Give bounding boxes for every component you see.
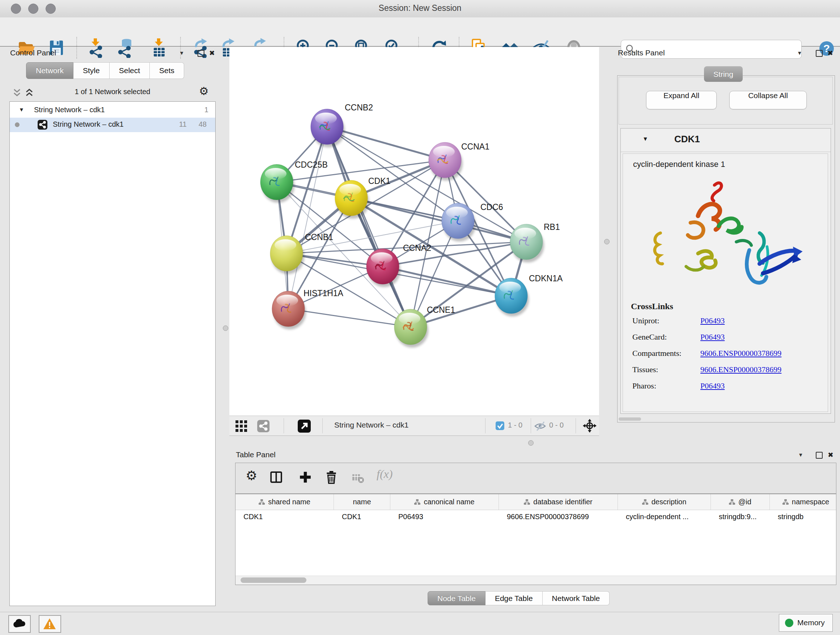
titlebar: Session: New Session [0, 0, 840, 18]
collapse-all-button[interactable]: Collapse All [729, 91, 807, 109]
hidden-node-edge-counts: 0 - 0 [549, 421, 564, 429]
crosslink-row: Pharos:P06493 [623, 381, 828, 397]
tab-network-table[interactable]: Network Table [543, 591, 610, 605]
edge-ccnb2-ccna1[interactable] [327, 127, 445, 160]
tab-node-table[interactable]: Node Table [428, 591, 485, 605]
control-panel-float-icon[interactable] [197, 50, 204, 57]
node-label-CDK1: CDK1 [368, 176, 390, 186]
network-collection-row[interactable]: ▼ String Network – cdk1 1 [10, 104, 215, 118]
collection-expander-icon[interactable]: ▼ [19, 106, 24, 112]
cell-shared-name[interactable]: CDK1 [235, 510, 334, 524]
gene-name: CDK1 [674, 134, 700, 145]
table-horizontal-scrollbar[interactable] [235, 576, 836, 584]
node-label-HIST1H1A: HIST1H1A [303, 288, 344, 298]
tab-edge-table[interactable]: Edge Table [485, 591, 543, 605]
edge-ccna2-cdkn1a[interactable] [383, 266, 511, 296]
cell-database-identifier[interactable]: 9606.ENSP00000378699 [499, 510, 618, 524]
table-panel: Table Panel ▾ ✖ ⚙ f(x) shared namenameca… [229, 449, 840, 612]
main-toolbar: ? [0, 17, 840, 47]
table-panel-menu-ca​ret-icon[interactable]: ▾ [799, 451, 802, 459]
selected-checkbox-icon[interactable] [496, 421, 504, 430]
network-badge-icon[interactable] [257, 420, 270, 432]
detach-view-icon[interactable] [298, 420, 311, 432]
collection-count: 1 [204, 106, 208, 114]
results-scrollbar-thumb[interactable] [619, 417, 641, 421]
node-label-CDC25B: CDC25B [295, 160, 328, 169]
column-header-description[interactable]: description [618, 494, 711, 510]
crosslink-value-link[interactable]: 9606.ENSP00000378699 [700, 348, 782, 358]
delete-column-trash-icon[interactable] [325, 471, 338, 484]
scrollbar-thumb[interactable] [240, 578, 306, 583]
tab-style[interactable]: Style [73, 62, 110, 79]
crosslinks-list: Uniprot:P06493GeneCard:P06493Compartment… [623, 316, 828, 397]
bottom-splitter-handle[interactable] [528, 440, 534, 446]
tab-network[interactable]: Network [26, 62, 73, 79]
crosslink-value-link[interactable]: P06493 [700, 381, 725, 391]
hidden-eye-icon [534, 421, 546, 431]
network-canvas[interactable]: CCNB2CCNA1CDC25BCDK1CDC6RB1CCNB1CCNA2CDK… [229, 47, 599, 416]
node-CCNB1[interactable]: CCNB1 [270, 233, 333, 274]
tab-string[interactable]: String [704, 66, 743, 82]
column-header-namespace[interactable]: namespace [770, 494, 836, 510]
cell-namespace[interactable]: stringdb [770, 510, 836, 524]
grid-view-icon[interactable] [235, 420, 248, 432]
control-panel-menu-caret-icon[interactable]: ▾ [180, 49, 183, 57]
network-view-toolbar: String Network – cdk1 1 - 0 0 - 0 [229, 416, 599, 436]
control-panel-close-icon[interactable]: ✖ [209, 49, 215, 57]
show-columns-icon[interactable] [270, 471, 283, 483]
node-label-CCNA1: CCNA1 [461, 142, 489, 151]
node-RB1[interactable]: RB1 [510, 222, 560, 263]
shared-column-icon [642, 499, 648, 505]
create-column-plus-icon[interactable] [299, 471, 311, 483]
gene-header-row[interactable]: ▼ CDK1 [621, 128, 831, 152]
column-header-canonical-name[interactable]: canonical name [390, 494, 499, 510]
node-label-RB1: RB1 [544, 222, 560, 232]
toolbar-separator [576, 418, 576, 433]
node-CDC6[interactable]: CDC6 [442, 203, 503, 241]
column-header-shared-name[interactable]: shared name [235, 494, 334, 510]
table-panel-close-icon[interactable]: ✖ [828, 451, 834, 459]
birds-eye-crosshair-icon[interactable] [583, 419, 597, 432]
network-status-dot-icon [15, 122, 19, 127]
network-graph[interactable]: CCNB2CCNA1CDC25BCDK1CDC6RB1CCNB1CCNA2CDK… [229, 47, 599, 416]
tab-select[interactable]: Select [110, 62, 150, 79]
tab-sets[interactable]: Sets [150, 62, 184, 79]
cell-canonical-name[interactable]: P06493 [390, 510, 499, 524]
table-panel-float-icon[interactable] [816, 452, 823, 459]
network-view-title: String Network – cdk1 [334, 421, 409, 429]
crosslink-value-link[interactable]: P06493 [700, 333, 725, 342]
network-row-selected[interactable]: String Network – cdk1 11 48 [10, 118, 215, 132]
right-splitter-handle[interactable] [604, 239, 609, 244]
results-panel-close-icon[interactable]: ✖ [827, 49, 833, 57]
node-HIST1H1A[interactable]: HIST1H1A [272, 288, 344, 329]
column-header--id[interactable]: @id [711, 494, 770, 510]
memory-button[interactable]: Memory [779, 614, 833, 632]
results-panel-float-icon[interactable] [816, 50, 823, 57]
crosslink-row: Uniprot:P06493 [623, 316, 828, 333]
table-options-gear-icon[interactable]: ⚙ [246, 468, 257, 483]
crosslink-value-link[interactable]: P06493 [700, 316, 725, 325]
cloud-button[interactable] [8, 615, 31, 633]
cell-name[interactable]: CDK1 [334, 510, 390, 524]
warning-button[interactable] [39, 615, 61, 633]
network-options-gear-icon[interactable]: ⚙ [199, 85, 209, 97]
node-CDKN1A[interactable]: CDKN1A [495, 274, 563, 317]
expand-all-button[interactable]: Expand All [646, 91, 717, 109]
node-CCNB2[interactable]: CCNB2 [311, 103, 373, 147]
edge-hist1h1a-ccne1[interactable] [288, 309, 411, 327]
cell-description[interactable]: cyclin-dependent ... [618, 510, 711, 524]
column-header-name[interactable]: name [334, 494, 390, 510]
node-CCNE1[interactable]: CCNE1 [394, 305, 455, 348]
warning-icon [43, 618, 56, 630]
crosslink-row: GeneCard:P06493 [623, 333, 828, 348]
left-splitter-handle[interactable] [223, 325, 228, 331]
column-header-database-identifier[interactable]: database identifier [499, 494, 618, 510]
selected-node-edge-counts: 1 - 0 [508, 421, 523, 429]
table-row[interactable]: CDK1CDK1P064939606.ENSP00000378699cyclin… [235, 510, 836, 524]
cell--id[interactable]: stringdb:9... [711, 510, 770, 524]
crosslink-label: Pharos: [632, 381, 656, 391]
crosslink-value-link[interactable]: 9606.ENSP00000378699 [700, 365, 782, 374]
results-panel-menu-caret-icon[interactable]: ▾ [798, 49, 801, 57]
network-list-header: 1 of 1 Network selected ⚙ [5, 84, 220, 101]
gene-expander-icon[interactable]: ▼ [643, 136, 648, 142]
